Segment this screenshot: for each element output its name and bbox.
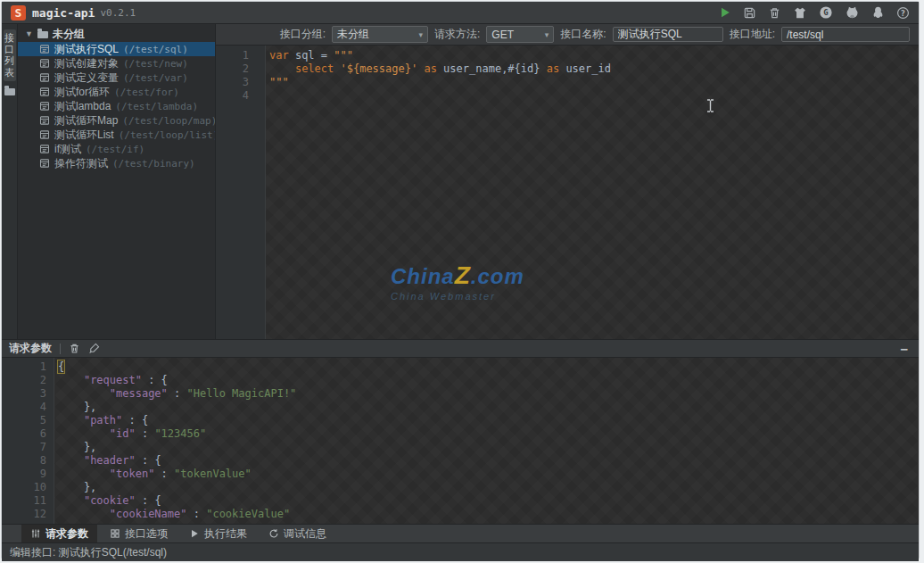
theme-shirt-button[interactable] — [793, 6, 807, 20]
play-icon — [189, 528, 200, 539]
tab-run-result[interactable]: 执行结果 — [180, 525, 256, 542]
delete-button[interactable] — [768, 6, 781, 20]
code-line: 11 "cookie" : { — [2, 494, 919, 508]
code-line: 2 select '${message}' as user_name,#{id}… — [216, 62, 919, 76]
item-name: 测试循环List — [54, 128, 114, 143]
svg-text:?: ? — [901, 8, 905, 17]
api-tree-item[interactable]: 测试循环List (/test/loop/list) — [18, 128, 215, 142]
group-select[interactable]: 未分组▾ — [332, 26, 428, 43]
name-input[interactable] — [613, 27, 723, 42]
api-icon — [39, 129, 50, 140]
api-icon — [39, 158, 50, 169]
api-tree-item[interactable]: 测试定义变量 (/test/var) — [18, 70, 215, 85]
folder-icon — [4, 88, 15, 95]
chinaz-watermark: ChinaZ.com China Webmaster — [391, 261, 524, 302]
item-path: (/test/for) — [114, 87, 179, 98]
chevron-down-icon: ▼ — [25, 30, 33, 38]
api-tree-item[interactable]: 测试循环Map (/test/loop/map) — [18, 113, 215, 128]
code-line: 9 "token" : "tokenValue" — [2, 468, 919, 481]
run-button[interactable] — [719, 6, 731, 19]
api-icon — [39, 72, 50, 83]
minimize-panel-button[interactable]: − — [897, 343, 912, 355]
save-button[interactable] — [743, 6, 756, 20]
code-line: 3""" — [216, 76, 919, 89]
qq-button[interactable] — [871, 5, 885, 20]
api-icon — [39, 87, 50, 97]
left-tool-strip: 接口列表 — [2, 24, 18, 339]
api-tree-item[interactable]: if测试 (/test/if) — [18, 142, 215, 156]
tab-request-params[interactable]: 请求参数 — [21, 525, 97, 542]
svg-text:G: G — [823, 8, 828, 17]
api-tree-item[interactable]: 测试执行SQL (/test/sql) — [18, 42, 215, 56]
code-line: 2 "request" : { — [2, 374, 919, 387]
item-name: 测试创建对象 — [54, 56, 119, 71]
status-text: 编辑接口: 测试执行SQL(/test/sql) — [10, 545, 167, 560]
app-title: magic-api — [32, 6, 95, 20]
path-input[interactable] — [781, 27, 910, 42]
api-tree-item[interactable]: 测试for循环 (/test/for) — [18, 85, 215, 99]
tab-debug-info[interactable]: 调试信息 — [260, 525, 335, 542]
github-button[interactable] — [845, 5, 860, 20]
code-line: 5 "path" : { — [2, 414, 919, 427]
help-button[interactable]: ? — [896, 6, 910, 20]
item-name: 测试lambda — [54, 99, 111, 114]
item-name: 测试for循环 — [54, 85, 110, 100]
params-editor[interactable]: 1{2 "request" : {3 "message" : "Hello Ma… — [2, 358, 919, 524]
tab-api-options[interactable]: 接口选项 — [101, 525, 177, 542]
api-icon — [39, 144, 50, 154]
api-toolbar: 接口分组: 未分组▾ 请求方法: GET▾ 接口名称: 接口地址: — [216, 24, 919, 46]
group-select-label: 接口分组: — [280, 27, 326, 42]
request-params-header: 请求参数 − — [2, 340, 919, 358]
api-tree: ▼ 未分组 测试执行SQL (/test/sql) — [18, 24, 216, 339]
group-label: 未分组 — [53, 27, 85, 42]
tree-group-row[interactable]: ▼ 未分组 — [18, 27, 215, 42]
api-icon — [39, 115, 50, 126]
item-name: 测试定义变量 — [54, 70, 119, 86]
item-name: 测试执行SQL — [54, 42, 119, 57]
code-line: 6 "id" : "123456" — [2, 427, 919, 441]
method-select[interactable]: GET▾ — [486, 26, 554, 43]
header-bar: S magic-api v0.2.1 G — [2, 2, 919, 24]
api-tree-item[interactable]: 测试lambda (/test/lambda) — [18, 99, 215, 113]
sliders-icon — [30, 528, 41, 539]
code-line: 1var sql = """ — [216, 49, 919, 62]
item-name: 操作符测试 — [54, 156, 108, 171]
code-line: 3 "message" : "Hello MagicAPI!" — [2, 387, 919, 401]
code-line: 8 "header" : { — [2, 454, 919, 468]
magic-api-logo: S — [11, 5, 26, 21]
chevron-down-icon: ▾ — [418, 30, 423, 39]
code-line: 1{ — [2, 360, 919, 374]
item-path: (/test/binary) — [112, 158, 195, 170]
item-path: (/test/lambda) — [115, 101, 198, 112]
request-params-panel: 请求参数 − 1{2 "request" : {3 "message" : "H… — [2, 339, 919, 524]
grid-icon — [110, 528, 120, 539]
api-tree-item[interactable]: 操作符测试 (/test/binary) — [18, 156, 215, 170]
gitee-button[interactable]: G — [819, 5, 833, 20]
item-path: (/test/sql) — [123, 44, 188, 55]
item-name: 测试循环Map — [54, 113, 118, 128]
api-icon — [39, 58, 50, 69]
app-window: S magic-api v0.2.1 G — [2, 2, 919, 559]
sidebar-tab-api-list[interactable]: 接口列表 — [4, 29, 16, 81]
code-line: 4 }, — [2, 401, 919, 414]
method-select-label: 请求方法: — [434, 27, 480, 42]
path-input-label: 接口地址: — [730, 27, 775, 42]
code-line: 12 "cookieName" : "cookieValue" — [2, 508, 919, 521]
refresh-icon — [268, 528, 279, 539]
item-path: (/test/var) — [123, 72, 188, 84]
api-tree-item[interactable]: 测试创建对象 (/test/new) — [18, 56, 215, 70]
app-version: v0.2.1 — [100, 7, 136, 19]
bottom-tabs: 请求参数 接口选项 执行结果 调试信息 — [2, 524, 919, 542]
item-path: (/test/if) — [86, 144, 144, 155]
item-name: if测试 — [54, 142, 81, 157]
code-line: 7 }, — [2, 441, 919, 454]
item-path: (/test/new) — [123, 58, 188, 70]
divider — [60, 344, 61, 354]
item-path: (/test/loop/list) — [119, 129, 216, 141]
code-line: 4 — [216, 89, 919, 103]
name-input-label: 接口名称: — [560, 27, 606, 42]
chevron-down-icon: ▾ — [545, 30, 549, 39]
clear-params-button[interactable] — [69, 343, 80, 354]
script-editor[interactable]: ChinaZ.com China Webmaster 1var sql = ""… — [216, 46, 919, 339]
format-code-button[interactable] — [88, 343, 100, 354]
